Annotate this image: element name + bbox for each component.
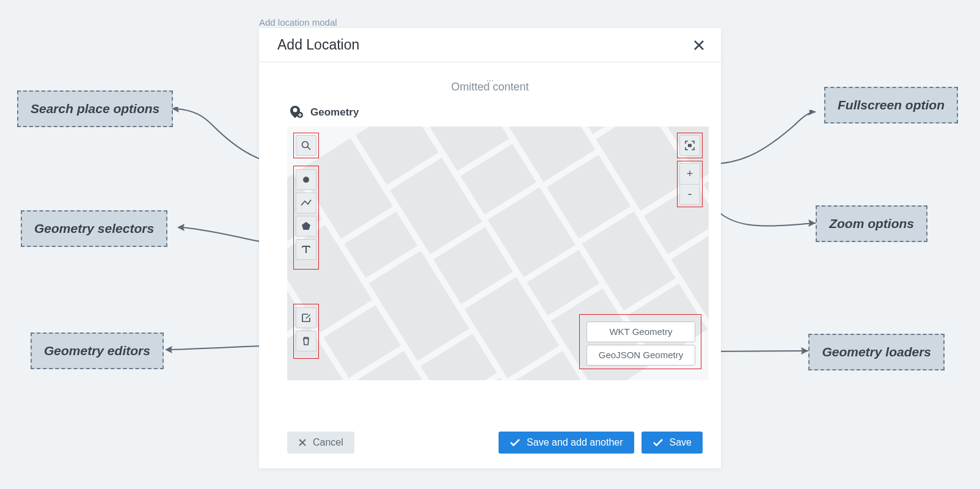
omitted-content: ... Omitted content	[259, 62, 721, 101]
wkt-geometry-button[interactable]: WKT Geometry	[587, 322, 695, 342]
polygon-icon	[301, 221, 312, 232]
fullscreen-icon	[684, 139, 696, 152]
geojson-geometry-button[interactable]: GeoJSON Geometry	[587, 345, 695, 366]
cancel-button[interactable]: Cancel	[287, 432, 354, 454]
pin-add-icon	[288, 105, 304, 120]
draw-polygon-button[interactable]	[296, 216, 316, 237]
draw-point-button[interactable]	[296, 169, 316, 190]
edit-icon	[301, 312, 312, 323]
text-icon	[301, 244, 312, 255]
geometry-section-header: Geometry	[259, 101, 721, 127]
plus-icon: +	[687, 167, 693, 180]
zoom-out-button[interactable]: -	[679, 184, 700, 205]
section-title: Geometry	[310, 106, 359, 119]
callout-loaders: Geometry loaders	[808, 334, 945, 370]
close-button[interactable]	[692, 38, 706, 53]
check-icon	[653, 438, 664, 447]
svg-point-3	[303, 177, 309, 183]
callout-selectors: Geometry selectors	[21, 210, 167, 247]
draw-text-button[interactable]	[296, 239, 316, 260]
zoom-in-button[interactable]: +	[679, 163, 700, 184]
fullscreen-button[interactable]	[679, 135, 700, 156]
draw-line-button[interactable]	[296, 193, 316, 213]
save-button[interactable]: Save	[642, 432, 703, 454]
save-add-another-button[interactable]: Save and add another	[499, 432, 634, 454]
callout-editors: Geometry editors	[31, 333, 164, 369]
check-icon	[510, 438, 521, 447]
save-label: Save	[670, 437, 692, 448]
modal-header: Add Location	[259, 28, 721, 62]
callout-search: Search place options	[17, 90, 173, 127]
arrow	[709, 202, 819, 238]
minus-icon: -	[688, 187, 692, 201]
diagram-caption: Add location modal	[259, 17, 337, 28]
svg-point-2	[302, 141, 309, 147]
svg-rect-4	[688, 144, 692, 147]
edit-geometry-button[interactable]	[296, 307, 316, 328]
callout-zoom: Zoom options	[816, 205, 927, 242]
map-canvas[interactable]: + - WKT Geometry GeoJSON Geometry	[287, 127, 709, 380]
modal-footer: Cancel Save and add another Save	[259, 421, 721, 468]
arrow	[709, 110, 819, 171]
delete-geometry-button[interactable]	[296, 331, 316, 351]
search-place-button[interactable]	[296, 135, 316, 156]
search-icon	[301, 140, 312, 151]
close-icon	[692, 39, 706, 52]
trash-icon	[301, 336, 312, 347]
save-add-another-label: Save and add another	[527, 437, 623, 448]
line-icon	[300, 197, 312, 208]
circle-icon	[301, 174, 312, 185]
cancel-label: Cancel	[313, 437, 343, 448]
modal-title: Add Location	[277, 37, 359, 53]
svg-point-0	[293, 108, 298, 112]
add-location-modal: Add Location ... Omitted content Geometr…	[259, 28, 721, 468]
close-icon	[298, 438, 307, 447]
callout-fullscreen: Fullscreen option	[824, 87, 958, 123]
